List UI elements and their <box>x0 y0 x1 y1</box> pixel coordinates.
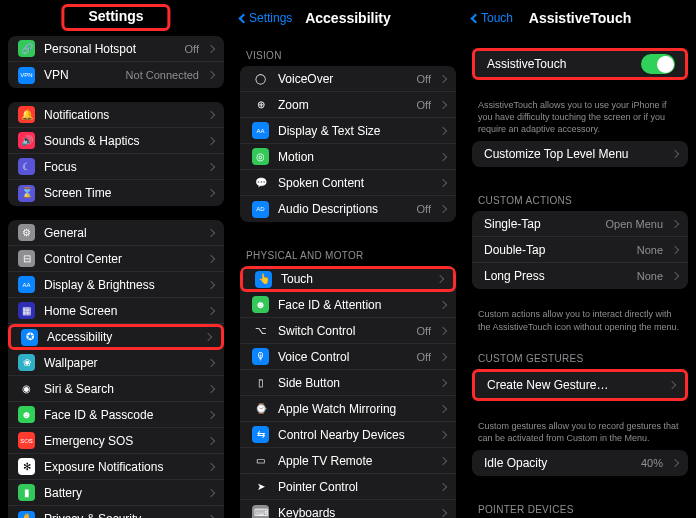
face-id-passcode-icon: ☻ <box>18 406 35 423</box>
row-screen-time[interactable]: ⌛Screen Time <box>8 180 224 206</box>
row-face-id-passcode[interactable]: ☻Face ID & Passcode <box>8 402 224 428</box>
row-assistivetouch-toggle[interactable]: AssistiveTouch <box>475 51 685 77</box>
row-apple-watch-mirroring[interactable]: ⌚Apple Watch Mirroring <box>240 396 456 422</box>
row-value: Off <box>417 325 431 337</box>
row-label: Voice Control <box>278 350 408 364</box>
chevron-right-icon <box>207 189 215 197</box>
row-touch[interactable]: 👆Touch <box>240 266 456 292</box>
row-switch-control[interactable]: ⌥Switch ControlOff <box>240 318 456 344</box>
switch-control-icon: ⌥ <box>252 322 269 339</box>
row-control-nearby-devices[interactable]: ⇆Control Nearby Devices <box>240 422 456 448</box>
row-zoom[interactable]: ⊕ZoomOff <box>240 92 456 118</box>
back-label: Settings <box>249 11 292 25</box>
side-button-icon: ▯ <box>252 374 269 391</box>
back-button[interactable]: Settings <box>240 0 292 36</box>
row-customize-menu[interactable]: Customize Top Level Menu <box>472 141 688 167</box>
row-side-button[interactable]: ▯Side Button <box>240 370 456 396</box>
group-custom-actions: Single-TapOpen MenuDouble-TapNoneLong Pr… <box>472 211 688 289</box>
row-label: Screen Time <box>44 186 199 200</box>
chevron-right-icon <box>439 378 447 386</box>
row-audio-descriptions[interactable]: ADAudio DescriptionsOff <box>240 196 456 222</box>
chevron-right-icon <box>439 326 447 334</box>
row-privacy-security[interactable]: ✋Privacy & Security <box>8 506 224 518</box>
row-pointer-control[interactable]: ➤Pointer Control <box>240 474 456 500</box>
voiceover-icon: ◯ <box>252 70 269 87</box>
chevron-right-icon <box>439 100 447 108</box>
chevron-right-icon <box>207 410 215 418</box>
display-brightness-icon: AA <box>18 276 35 293</box>
row-single-tap[interactable]: Single-TapOpen Menu <box>472 211 688 237</box>
privacy-security-icon: ✋ <box>18 511 35 519</box>
chevron-right-icon <box>671 246 679 254</box>
chevron-right-icon <box>671 220 679 228</box>
chevron-right-icon <box>668 380 676 388</box>
settings-list[interactable]: 🔗Personal HotspotOffVPNVPNNot Connected … <box>0 36 232 518</box>
row-emergency-sos[interactable]: SOSEmergency SOS <box>8 428 224 454</box>
assistivetouch-list[interactable]: AssistiveTouch AssistiveTouch allows you… <box>464 36 696 518</box>
row-voiceover[interactable]: ◯VoiceOverOff <box>240 66 456 92</box>
row-label: Customize Top Level Menu <box>484 147 663 161</box>
group-vision: ◯VoiceOverOff⊕ZoomOffAADisplay & Text Si… <box>240 66 456 222</box>
exposure-notifications-icon: ✻ <box>18 458 35 475</box>
row-home-screen[interactable]: ▦Home Screen <box>8 298 224 324</box>
row-personal-hotspot[interactable]: 🔗Personal HotspotOff <box>8 36 224 62</box>
display-text-size-icon: AA <box>252 122 269 139</box>
row-value: Off <box>417 73 431 85</box>
accessibility-list[interactable]: Vision ◯VoiceOverOff⊕ZoomOffAADisplay & … <box>232 36 464 518</box>
row-face-id-attention[interactable]: ☻Face ID & Attention <box>240 292 456 318</box>
chevron-right-icon <box>439 456 447 464</box>
chevron-right-icon <box>439 430 447 438</box>
row-siri-search[interactable]: ◉Siri & Search <box>8 376 224 402</box>
row-label: Audio Descriptions <box>278 202 408 216</box>
row-label: Siri & Search <box>44 382 199 396</box>
nav-bar: Touch AssistiveTouch <box>464 0 696 36</box>
toggle-label: AssistiveTouch <box>487 57 632 71</box>
apple-watch-mirroring-icon: ⌚ <box>252 400 269 417</box>
row-idle-opacity[interactable]: Idle Opacity 40% <box>472 450 688 476</box>
notifications-icon: 🔔 <box>18 106 35 123</box>
back-button[interactable]: Touch <box>472 0 513 36</box>
row-display-brightness[interactable]: AADisplay & Brightness <box>8 272 224 298</box>
row-value: Open Menu <box>606 218 663 230</box>
row-motion[interactable]: ◎Motion <box>240 144 456 170</box>
row-label: Keyboards <box>278 506 431 518</box>
row-create-gesture[interactable]: Create New Gesture… <box>475 372 685 398</box>
row-keyboards[interactable]: ⌨Keyboards <box>240 500 456 518</box>
row-accessibility[interactable]: ✪Accessibility <box>8 324 224 350</box>
emergency-sos-icon: SOS <box>18 432 35 449</box>
row-label: Switch Control <box>278 324 408 338</box>
row-wallpaper[interactable]: ❀Wallpaper <box>8 350 224 376</box>
focus-icon: ☾ <box>18 158 35 175</box>
row-voice-control[interactable]: 🎙Voice ControlOff <box>240 344 456 370</box>
section-header-motor: Physical and Motor <box>232 236 464 266</box>
accessibility-pane: Settings Accessibility Vision ◯VoiceOver… <box>232 0 464 518</box>
row-label: Long Press <box>484 269 628 283</box>
toggle-switch[interactable] <box>641 54 675 74</box>
row-label: General <box>44 226 199 240</box>
chevron-right-icon <box>671 272 679 280</box>
face-id-attention-icon: ☻ <box>252 296 269 313</box>
row-exposure-notifications[interactable]: ✻Exposure Notifications <box>8 454 224 480</box>
siri-search-icon: ◉ <box>18 380 35 397</box>
chevron-right-icon <box>439 482 447 490</box>
chevron-right-icon <box>207 254 215 262</box>
row-long-press[interactable]: Long PressNone <box>472 263 688 289</box>
row-double-tap[interactable]: Double-TapNone <box>472 237 688 263</box>
row-control-center[interactable]: ⊟Control Center <box>8 246 224 272</box>
row-battery[interactable]: ▮Battery <box>8 480 224 506</box>
row-label: Personal Hotspot <box>44 42 176 56</box>
row-label: Face ID & Passcode <box>44 408 199 422</box>
pointer-control-icon: ➤ <box>252 478 269 495</box>
row-label: Double-Tap <box>484 243 628 257</box>
row-sounds-haptics[interactable]: 🔊Sounds & Haptics <box>8 128 224 154</box>
row-display-text-size[interactable]: AADisplay & Text Size <box>240 118 456 144</box>
row-general[interactable]: ⚙General <box>8 220 224 246</box>
row-apple-tv-remote[interactable]: ▭Apple TV Remote <box>240 448 456 474</box>
row-vpn[interactable]: VPNVPNNot Connected <box>8 62 224 88</box>
row-focus[interactable]: ☾Focus <box>8 154 224 180</box>
group-main-toggle: AssistiveTouch <box>472 48 688 80</box>
control-nearby-devices-icon: ⇆ <box>252 426 269 443</box>
row-spoken-content[interactable]: 💬Spoken Content <box>240 170 456 196</box>
row-notifications[interactable]: 🔔Notifications <box>8 102 224 128</box>
chevron-right-icon <box>207 228 215 236</box>
